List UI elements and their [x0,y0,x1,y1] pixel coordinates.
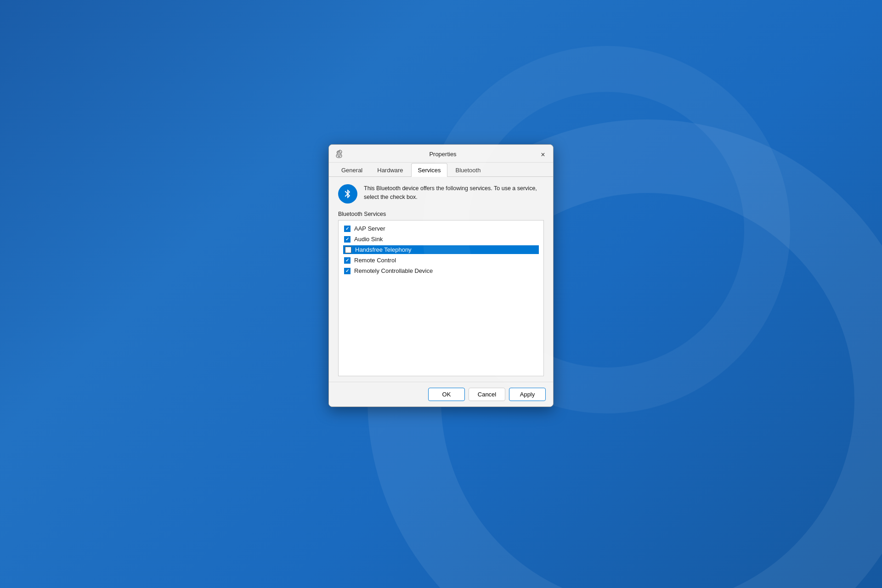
service-item-audio-sink[interactable]: Audio Sink [343,235,539,243]
checkbox-aap-server[interactable] [344,226,351,232]
cancel-button[interactable]: Cancel [469,388,505,401]
service-label-aap-server: AAP Server [354,225,385,232]
dialog-footer: OK Cancel Apply [329,382,553,407]
services-list: AAP Server Audio Sink Handsfree Telephon… [338,220,544,376]
bluetooth-icon [338,184,357,204]
service-label-handsfree-telephony: Handsfree Telephony [355,246,412,253]
dialog-title: Properties [347,151,538,158]
tab-bar: General Hardware Services Bluetooth [329,163,553,177]
service-label-remotely-controllable-device: Remotely Controllable Device [354,267,433,274]
title-bar: Properties × [329,145,553,163]
info-text: This Bluetooth device offers the followi… [364,184,544,202]
checkbox-remotely-controllable-device[interactable] [344,268,351,274]
dialog-icon [334,149,344,158]
info-row: This Bluetooth device offers the followi… [338,184,544,204]
apply-button[interactable]: Apply [509,388,546,401]
tab-services[interactable]: Services [411,163,448,177]
service-label-audio-sink: Audio Sink [354,236,383,243]
service-item-remotely-controllable-device[interactable]: Remotely Controllable Device [343,266,539,275]
checkbox-remote-control[interactable] [344,257,351,264]
tab-bluetooth[interactable]: Bluetooth [448,163,487,177]
tab-general[interactable]: General [334,163,369,177]
properties-dialog: Properties × General Hardware Services B… [328,144,554,407]
service-label-remote-control: Remote Control [354,257,396,264]
services-section-label: Bluetooth Services [338,211,544,217]
tab-content: This Bluetooth device offers the followi… [329,177,553,382]
tab-hardware[interactable]: Hardware [370,163,410,177]
svg-point-1 [338,155,340,157]
service-item-aap-server[interactable]: AAP Server [343,224,539,233]
checkbox-audio-sink[interactable] [344,236,351,243]
checkbox-handsfree-telephony[interactable] [345,247,351,253]
ok-button[interactable]: OK [428,388,465,401]
close-button[interactable]: × [537,148,549,161]
svg-point-0 [338,151,340,153]
service-item-handsfree-telephony[interactable]: Handsfree Telephony [343,245,539,254]
service-item-remote-control[interactable]: Remote Control [343,256,539,265]
